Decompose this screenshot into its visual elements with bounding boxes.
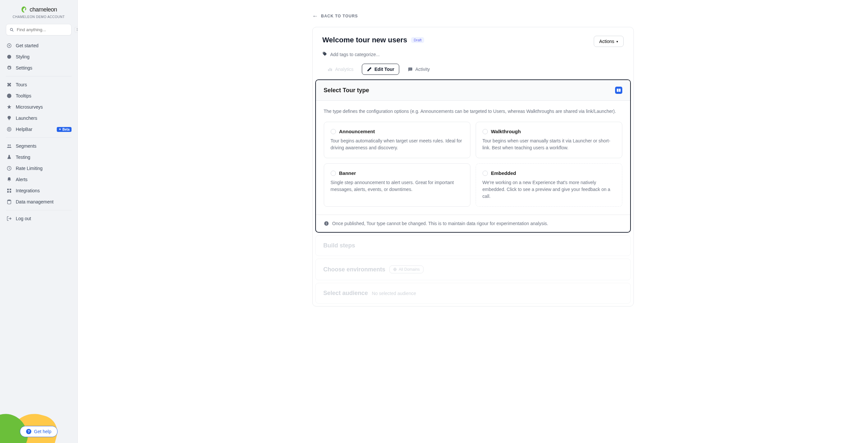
nav-styling[interactable]: Styling bbox=[3, 51, 75, 62]
svg-point-5 bbox=[7, 93, 11, 98]
page-header: Welcome tour new users Draft Actions bbox=[313, 27, 633, 47]
nav-label: Segments bbox=[16, 143, 36, 149]
tab-edit-tour[interactable]: Edit Tour bbox=[362, 64, 399, 75]
logo-block: chameleon CHAMELEON DEMO ACCOUNT bbox=[0, 6, 78, 19]
domain-pill: All Domains bbox=[390, 265, 424, 273]
svg-point-8 bbox=[7, 144, 9, 146]
type-title: Banner bbox=[339, 170, 356, 176]
collapsed-title: Build steps bbox=[323, 242, 355, 249]
collapsed-title: Choose environments bbox=[323, 266, 385, 273]
svg-point-7 bbox=[8, 128, 10, 130]
help-button[interactable]: ? Get help bbox=[20, 426, 58, 437]
nav-launchers[interactable]: Launchers bbox=[3, 113, 75, 124]
tab-analytics[interactable]: Analytics bbox=[322, 64, 359, 75]
radio-icon bbox=[331, 129, 336, 134]
logo[interactable]: chameleon bbox=[20, 6, 57, 13]
choose-environments-section[interactable]: Choose environments All Domains bbox=[315, 259, 631, 280]
section-title: Select Tour type bbox=[324, 87, 369, 94]
svg-point-21 bbox=[410, 69, 411, 69]
nav-segments[interactable]: Segments bbox=[3, 141, 75, 152]
info-icon bbox=[324, 221, 329, 226]
footer-text: Once published, Tour type cannot be chan… bbox=[332, 221, 549, 226]
logo-text: chameleon bbox=[30, 6, 57, 13]
nav-helpbar[interactable]: HelpBarBeta bbox=[3, 124, 75, 135]
svg-point-19 bbox=[409, 69, 409, 69]
pencil-icon bbox=[367, 67, 372, 72]
nav-label: Log out bbox=[16, 216, 31, 221]
globe-icon bbox=[393, 267, 397, 271]
build-steps-section[interactable]: Build steps bbox=[315, 235, 631, 256]
nav-label: Styling bbox=[16, 54, 30, 59]
bar-chart-icon bbox=[328, 67, 333, 72]
nav-label: Tooltips bbox=[16, 93, 31, 98]
nav-alerts[interactable]: Alerts bbox=[3, 174, 75, 185]
logout-icon bbox=[6, 216, 12, 221]
nav-data-management[interactable]: Data management bbox=[3, 196, 75, 207]
type-desc: Tour begins automatically when target us… bbox=[331, 138, 464, 151]
sidebar: chameleon CHAMELEON DEMO ACCOUNT ⌘ + K G… bbox=[0, 0, 78, 443]
play-circle-icon bbox=[6, 43, 12, 48]
select-audience-section[interactable]: Select audience No selected audience bbox=[315, 283, 631, 303]
nav-label: Testing bbox=[16, 154, 30, 160]
svg-rect-12 bbox=[9, 189, 11, 190]
actions-button[interactable]: Actions bbox=[594, 36, 624, 47]
nav-microsurveys[interactable]: Microsurveys bbox=[3, 101, 75, 113]
lifebuoy-icon bbox=[6, 127, 12, 132]
divider bbox=[6, 76, 71, 77]
tab-activity[interactable]: Activity bbox=[403, 64, 435, 75]
nav-tooltips[interactable]: Tooltips bbox=[3, 90, 75, 101]
type-desc: We're working on a new Experience that's… bbox=[483, 179, 615, 200]
nav-rate-limiting[interactable]: Rate Limiting bbox=[3, 163, 75, 174]
nav-label: Settings bbox=[16, 65, 32, 70]
svg-rect-17 bbox=[329, 68, 330, 71]
page-card: Welcome tour new users Draft Actions Add… bbox=[312, 27, 634, 306]
logo-icon bbox=[20, 6, 28, 13]
flask-icon bbox=[6, 154, 12, 160]
divider bbox=[6, 210, 71, 210]
nav-integrations[interactable]: Integrations bbox=[3, 185, 75, 196]
docs-icon[interactable] bbox=[615, 87, 622, 94]
back-link[interactable]: ← BACK TO TOURS bbox=[312, 13, 358, 19]
nav-group-top: Get started Styling Settings bbox=[0, 40, 78, 73]
nav-logout[interactable]: Log out bbox=[3, 213, 75, 224]
section-body: The type defines the configuration optio… bbox=[316, 101, 630, 215]
svg-rect-14 bbox=[9, 191, 11, 193]
type-walkthrough[interactable]: Walkthrough Tour begins when user manual… bbox=[476, 122, 622, 158]
nav-label: Get started bbox=[16, 43, 38, 48]
nav-label: HelpBar bbox=[16, 127, 32, 132]
users-icon bbox=[6, 143, 12, 149]
section-footer: Once published, Tour type cannot be chan… bbox=[316, 215, 630, 232]
nav-testing[interactable]: Testing bbox=[3, 152, 75, 163]
help-label: Get help bbox=[34, 429, 52, 434]
arrow-left-icon: ← bbox=[312, 13, 318, 19]
svg-point-0 bbox=[25, 7, 25, 8]
nav-label: Tours bbox=[16, 82, 27, 87]
nav-tours[interactable]: Tours bbox=[3, 79, 75, 90]
nav-label: Integrations bbox=[16, 188, 40, 193]
search-icon bbox=[9, 28, 14, 32]
svg-point-9 bbox=[9, 144, 11, 146]
puzzle-icon bbox=[6, 82, 12, 87]
nav-label: Launchers bbox=[16, 116, 37, 121]
nav-group-logout: Log out bbox=[0, 213, 78, 224]
tag-icon bbox=[322, 52, 327, 57]
back-link-label: BACK TO TOURS bbox=[321, 14, 358, 19]
type-banner[interactable]: Banner Single step announcement to alert… bbox=[324, 164, 470, 207]
main-content: ← BACK TO TOURS Welcome tour new users D… bbox=[78, 0, 868, 443]
svg-line-2 bbox=[12, 30, 13, 31]
type-embedded[interactable]: Embedded We're working on a new Experien… bbox=[476, 164, 622, 207]
type-desc: Tour begins when user manually starts it… bbox=[483, 138, 615, 151]
type-announcement[interactable]: Announcement Tour begins automatically w… bbox=[324, 122, 470, 158]
radio-icon bbox=[483, 171, 488, 176]
tags-row[interactable]: Add tags to categorize... bbox=[313, 47, 633, 57]
nav-get-started[interactable]: Get started bbox=[3, 40, 75, 51]
search-input[interactable] bbox=[17, 27, 72, 32]
nav-settings[interactable]: Settings bbox=[3, 62, 75, 73]
svg-rect-18 bbox=[331, 68, 332, 71]
svg-point-24 bbox=[326, 222, 327, 223]
search-box[interactable]: ⌘ + K bbox=[6, 24, 71, 35]
kbd-hint: ⌘ + K bbox=[74, 27, 78, 32]
svg-point-20 bbox=[410, 69, 410, 69]
radio-icon bbox=[483, 129, 488, 134]
grid-icon bbox=[6, 188, 12, 193]
